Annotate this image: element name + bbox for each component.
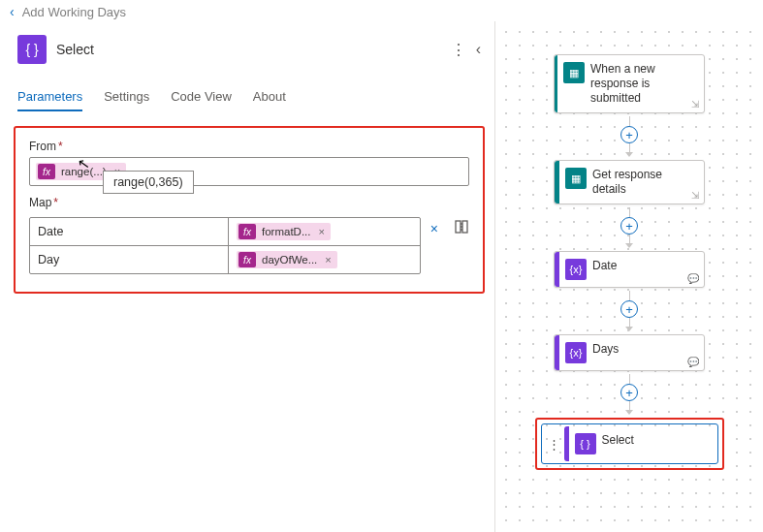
flow-connector: + (620, 116, 638, 157)
map-key-input[interactable]: Day (30, 246, 229, 273)
map-label: Map* (29, 196, 469, 209)
map-expression-token[interactable]: fx formatD... × (237, 223, 331, 240)
flow-canvas[interactable]: ▦ When a new response is submitted ⇲ + ▦… (494, 21, 763, 532)
flow-connector: + (620, 374, 638, 415)
map-value-input[interactable]: fx dayOfWe... × (229, 246, 420, 273)
flow-connector: + (620, 207, 638, 248)
add-step-button[interactable]: + (620, 126, 638, 143)
map-value-input[interactable]: fx formatD... × (229, 218, 420, 245)
token-text: dayOfWe... (262, 254, 317, 266)
card-title: Get response details (592, 161, 704, 203)
card-title: Date (592, 252, 622, 280)
panel-title: Select (56, 42, 94, 57)
switch-map-mode-icon[interactable] (454, 219, 469, 237)
card-expand-icon[interactable]: ⇲ (691, 190, 699, 201)
variable-icon: {x} (565, 342, 587, 363)
tab-settings[interactable]: Settings (104, 83, 149, 111)
card-title: Days (592, 335, 624, 363)
flow-card-selected-highlight: ⋮ { } Select (535, 418, 724, 470)
svg-rect-0 (456, 221, 461, 233)
card-title: Select (602, 426, 640, 454)
from-input[interactable]: fx range(...) × (29, 157, 469, 186)
card-comment-icon[interactable]: 💬 (687, 357, 699, 367)
page-header: ‹ Add Working Days (0, 0, 763, 21)
from-label: From* (29, 140, 469, 153)
variable-icon: {x} (565, 259, 587, 280)
card-comment-icon[interactable]: 💬 (687, 273, 699, 284)
panel-tabs: Parameters Settings Code View About (14, 83, 485, 112)
tab-code-view[interactable]: Code View (171, 83, 232, 111)
clear-map-icon[interactable]: × (430, 221, 438, 236)
map-row: Day fx dayOfWe... × (30, 246, 420, 273)
tab-about[interactable]: About (253, 83, 286, 111)
flow-card-days[interactable]: {x} Days 💬 (554, 334, 705, 371)
select-icon: { } (17, 35, 47, 64)
card-expand-icon[interactable]: ⇲ (691, 99, 699, 110)
map-row: Date fx formatD... × (30, 218, 420, 246)
map-key-input[interactable]: Date (30, 218, 229, 245)
flow-connector: + (620, 291, 638, 331)
parameters-highlight: From* fx range(...) × Map* Date (14, 126, 485, 294)
map-table: Date fx formatD... × Day (29, 217, 421, 274)
drag-handle-icon[interactable]: ⋮ (544, 437, 564, 452)
fx-icon: fx (238, 224, 256, 239)
collapse-chevron-icon[interactable]: ‹ (476, 41, 481, 58)
flow-card-select[interactable]: { } Select (564, 426, 715, 461)
flow-card-get-response[interactable]: ▦ Get response details ⇲ (554, 160, 705, 204)
token-remove-icon[interactable]: × (318, 226, 324, 237)
fx-icon: fx (238, 252, 256, 267)
add-step-button[interactable]: + (620, 217, 638, 235)
expression-tooltip: range(0,365) (103, 171, 194, 194)
token-remove-icon[interactable]: × (325, 254, 331, 266)
token-text: formatD... (262, 226, 310, 237)
more-menu-icon[interactable]: ⋮ (451, 41, 466, 59)
back-chevron-icon[interactable]: ‹ (10, 4, 15, 19)
select-icon: { } (575, 433, 596, 454)
flow-card-trigger[interactable]: ▦ When a new response is submitted ⇲ (554, 54, 705, 113)
panel-header: { } Select ⋮ ‹ (14, 29, 485, 74)
fx-icon: fx (38, 164, 55, 179)
forms-icon: ▦ (563, 62, 585, 83)
tab-parameters[interactable]: Parameters (17, 83, 82, 111)
add-step-button[interactable]: + (620, 300, 638, 318)
add-step-button[interactable]: + (620, 384, 638, 401)
card-title: When a new response is submitted (590, 55, 704, 112)
map-expression-token[interactable]: fx dayOfWe... × (237, 251, 337, 268)
flow-card-date[interactable]: {x} Date 💬 (554, 251, 705, 288)
forms-icon: ▦ (565, 168, 587, 189)
page-title: Add Working Days (22, 5, 126, 19)
svg-rect-1 (462, 221, 467, 233)
action-details-panel: { } Select ⋮ ‹ Parameters Settings Code … (0, 21, 494, 532)
